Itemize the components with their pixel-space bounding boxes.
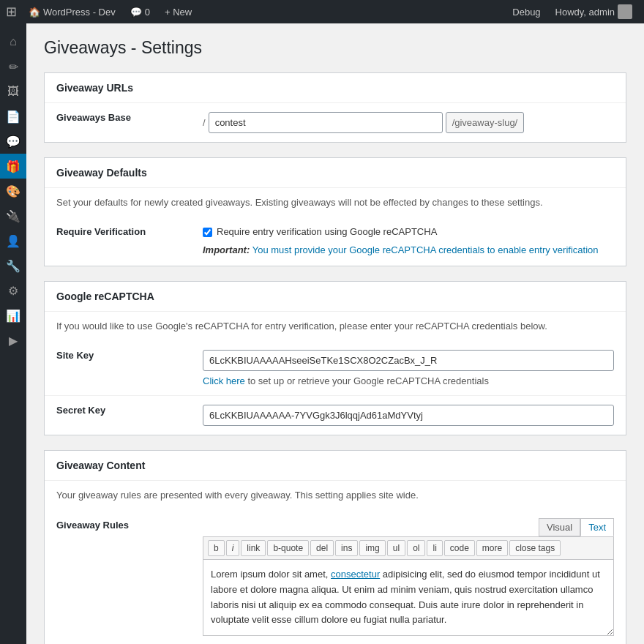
comments-link[interactable]: 💬 0 [124,0,156,23]
sidebar-item-posts[interactable]: ✏ [0,54,26,79]
toolbar-btn-ol[interactable]: ol [407,540,425,556]
secret-key-field [191,395,626,435]
giveaway-content-header: Giveaway Content [45,451,626,481]
site-key-label: Site Key [45,341,191,396]
sidebar-item-analytics[interactable]: 📊 [0,303,26,328]
toolbar-btn-close-tags[interactable]: close tags [509,540,561,556]
giveaway-content-table: Giveaway Rules Visual Text b i link b-qu… [45,509,626,644]
giveaway-defaults-section: Giveaway Defaults Set your defaults for … [44,157,626,266]
sidebar-item-giveaways[interactable]: 🎁 [0,154,26,179]
toolbar-btn-more[interactable]: more [476,540,508,556]
url-suffix: /giveaway-slug/ [446,112,525,133]
toolbar-btn-code[interactable]: code [444,540,475,556]
giveaway-content-description: Your giveaway rules are presented with e… [45,481,626,510]
tab-text[interactable]: Text [580,518,614,536]
toolbar-btn-ins[interactable]: ins [335,540,358,556]
new-label: + New [165,7,192,18]
toolbar-btn-bold[interactable]: b [208,540,225,556]
secret-key-input[interactable] [203,405,614,426]
require-verification-checkbox-label[interactable]: Require entry verification using Google … [203,226,614,237]
important-link[interactable]: You must provide your Google reCAPTCHA c… [252,244,599,255]
sidebar-item-media2[interactable]: ▶ [0,328,26,353]
giveaways-base-field: / /giveaway-slug/ [191,103,626,142]
sidebar-item-appearance[interactable]: 🎨 [0,179,26,203]
require-verification-label: Require Verification [45,217,191,266]
url-row: / /giveaway-slug/ [203,112,614,133]
recaptcha-section: Google reCAPTCHA If you would like to us… [44,281,626,435]
user-avatar [618,4,632,19]
toolbar-btn-ul[interactable]: ul [387,540,405,556]
toolbar-btn-link[interactable]: link [241,540,266,556]
giveaways-base-input[interactable] [209,112,443,133]
secret-key-row: Secret Key [45,395,626,435]
site-name-link[interactable]: 🏠 WordPress - Dev [23,0,121,23]
editor-tabs: Visual Text [203,518,614,536]
recaptcha-title: Google reCAPTCHA [56,291,154,302]
sidebar-item-plugins[interactable]: 🔌 [0,203,26,228]
sidebar-item-comments[interactable]: 💬 [0,129,26,154]
sidebar-item-dashboard[interactable]: ⌂ [0,29,26,54]
require-verification-checkbox[interactable] [203,228,212,237]
comments-count: 0 [145,7,150,18]
require-verification-field: Require entry verification using Google … [191,217,626,266]
giveaway-urls-table: Giveaways Base / /giveaway-slug/ [45,103,626,142]
giveaway-defaults-title: Giveaway Defaults [56,167,147,179]
giveaway-rules-label: Giveaway Rules [45,509,191,644]
recaptcha-header: Google reCAPTCHA [45,282,626,312]
checkbox-label-text: Require entry verification using Google … [217,226,437,237]
site-key-field: Click here to set up or retrieve your Go… [191,341,626,396]
require-verification-row: Require Verification Require entry verif… [45,217,626,266]
tab-visual[interactable]: Visual [539,518,580,536]
giveaway-urls-section: Giveaway URLs Giveaways Base / /giveaway… [44,72,626,143]
sidebar-item-media[interactable]: 🖼 [0,79,26,104]
toolbar-btn-italic[interactable]: i [226,540,240,556]
sidebar-item-tools[interactable]: 🔧 [0,253,26,278]
page-title: Giveaways - Settings [44,38,626,58]
giveaway-defaults-table: Require Verification Require entry verif… [45,217,626,266]
editor-toolbar: b i link b-quote del ins img ul ol li co… [203,536,614,559]
sidebar: ⌂ ✏ 🖼 📄 💬 🎁 🎨 🔌 👤 🔧 ⚙ 📊 ▶ [0,23,26,644]
howdy-menu[interactable]: Howdy, admin [550,0,638,23]
sidebar-item-settings[interactable]: ⚙ [0,278,26,303]
giveaways-base-row: Giveaways Base / /giveaway-slug/ [45,103,626,142]
main-content: Giveaways - Settings Giveaway URLs Givea… [26,23,644,644]
toolbar-btn-img[interactable]: img [359,540,385,556]
home-icon: 🏠 [29,7,40,18]
recaptcha-credentials-link[interactable]: Click here [203,375,245,386]
important-note: Important: You must provide your Google … [203,243,614,258]
site-key-row: Site Key Click here to set up or retriev… [45,341,626,396]
howdy-label: Howdy, admin [555,7,615,18]
giveaway-rules-field: Visual Text b i link b-quote del ins img… [191,509,626,644]
sidebar-item-pages[interactable]: 📄 [0,104,26,129]
site-key-input[interactable] [203,350,614,371]
giveaway-content-section: Giveaway Content Your giveaway rules are… [44,450,626,645]
recaptcha-table: Site Key Click here to set up or retriev… [45,341,626,435]
wp-logo-icon[interactable]: ⊞ [6,4,17,20]
click-here-suffix: to set up or retrieve your Google reCAPT… [245,375,489,386]
important-text: You must provide your Google reCAPTCHA c… [252,244,599,255]
editor-content-area[interactable]: Lorem ipsum dolor sit amet, consectetur … [203,559,614,636]
site-key-link-note: Click here to set up or retrieve your Go… [203,375,614,386]
sidebar-item-users[interactable]: 👤 [0,228,26,253]
debug-label: Debug [512,7,540,18]
giveaway-urls-title: Giveaway URLs [56,82,133,94]
toolbar-btn-li[interactable]: li [427,540,442,556]
giveaway-content-title: Giveaway Content [56,460,145,471]
debug-link[interactable]: Debug [506,0,546,23]
url-prefix: / [203,117,206,128]
admin-bar-right: Debug Howdy, admin [506,0,638,23]
giveaway-defaults-description: Set your defaults for newly created give… [45,188,626,217]
giveaway-rules-row: Giveaway Rules Visual Text b i link b-qu… [45,509,626,644]
secret-key-label: Secret Key [45,395,191,435]
giveaway-urls-header: Giveaway URLs [45,73,626,103]
recaptcha-description: If you would like to use Google's reCAPT… [45,312,626,341]
new-content-button[interactable]: + New [159,0,198,23]
giveaway-defaults-header: Giveaway Defaults [45,158,626,188]
important-prefix: Important: [203,244,250,255]
toolbar-btn-bquote[interactable]: b-quote [267,540,309,556]
admin-bar: ⊞ 🏠 WordPress - Dev 💬 0 + New Debug Howd… [0,0,644,23]
comment-icon: 💬 [130,7,142,18]
giveaways-base-label: Giveaways Base [45,103,191,142]
toolbar-btn-del[interactable]: del [310,540,334,556]
site-name-label: WordPress - Dev [43,7,116,18]
